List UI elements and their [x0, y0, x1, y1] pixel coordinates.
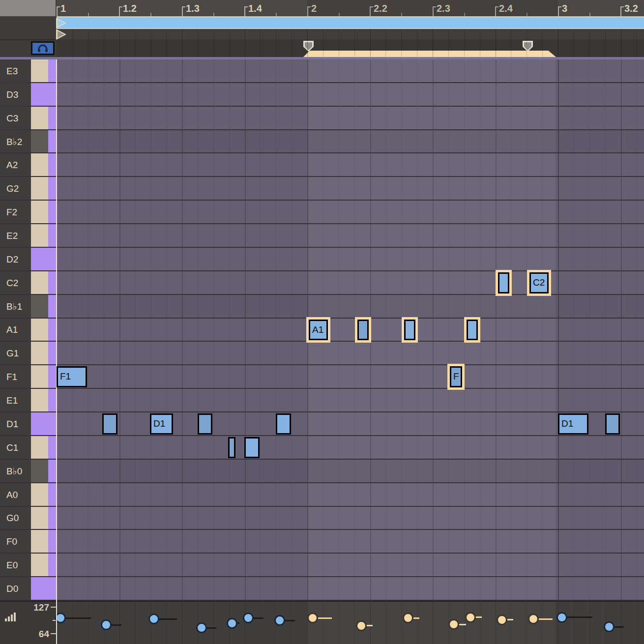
midi-note[interactable]: D1	[558, 413, 588, 435]
gridline	[150, 59, 151, 601]
scale-highlight-strip	[48, 201, 57, 224]
gridline	[307, 29, 308, 39]
row-separator	[0, 247, 644, 248]
midi-note[interactable]	[357, 320, 369, 341]
piano-key[interactable]	[31, 153, 48, 177]
row-separator	[0, 600, 644, 601]
gridline	[119, 39, 120, 57]
row-pitch-label: A0	[0, 483, 31, 507]
gridline	[72, 602, 73, 644]
velocity-dot[interactable]	[356, 620, 367, 631]
row-separator	[0, 82, 644, 83]
gridline	[558, 602, 558, 644]
piano-key[interactable]	[31, 507, 48, 530]
gridline	[292, 59, 292, 601]
piano-key[interactable]	[31, 83, 48, 107]
piano-key[interactable]	[31, 554, 48, 577]
gridline	[433, 602, 433, 644]
gridline	[511, 602, 511, 644]
midi-note[interactable]	[605, 413, 620, 435]
gridline	[276, 39, 276, 57]
piano-key[interactable]	[31, 177, 48, 201]
gridline	[245, 59, 246, 601]
gridline	[198, 59, 198, 601]
velocity-bars-icon[interactable]	[5, 613, 17, 621]
piano-key[interactable]	[31, 342, 48, 365]
piano-key[interactable]	[31, 577, 48, 601]
piano-key[interactable]	[31, 224, 48, 248]
headphones-icon	[32, 43, 53, 54]
ruler-tick	[244, 6, 245, 16]
preview-headphone-button[interactable]	[31, 41, 55, 55]
gridline	[88, 39, 88, 57]
piano-key[interactable]	[31, 248, 48, 271]
midi-note[interactable]: F	[450, 366, 462, 387]
divider	[0, 39, 56, 40]
scale-highlight-strip	[48, 365, 57, 389]
gridline	[213, 59, 214, 601]
velocity-dot[interactable]	[448, 619, 459, 630]
velocity-dot[interactable]	[101, 619, 112, 630]
midi-note[interactable]	[198, 413, 212, 435]
piano-key[interactable]	[31, 130, 48, 154]
piano-key[interactable]	[31, 412, 48, 436]
midi-note[interactable]: A1	[309, 320, 328, 341]
loop-scrub-bar[interactable]	[57, 18, 644, 28]
loop-brace[interactable]	[303, 51, 556, 57]
gridline	[182, 59, 183, 601]
scale-highlight-strip	[48, 59, 57, 83]
piano-key[interactable]	[31, 107, 48, 130]
piano-key[interactable]	[31, 319, 48, 342]
gridline	[511, 39, 511, 57]
velocity-dot[interactable]	[497, 615, 507, 625]
gridline	[260, 59, 261, 601]
piano-key[interactable]	[31, 530, 48, 554]
ruler-minor-tick	[88, 13, 89, 16]
midi-note[interactable]: F1	[57, 366, 87, 387]
cue-marker-inner	[305, 42, 312, 50]
piano-key[interactable]	[31, 271, 48, 295]
row-separator	[0, 200, 644, 201]
row-pitch-label: E1	[0, 389, 31, 412]
midi-note[interactable]	[228, 437, 235, 458]
gridline	[260, 39, 261, 57]
gridline	[621, 602, 621, 644]
piano-key[interactable]	[31, 389, 48, 412]
midi-note[interactable]	[102, 413, 117, 435]
clip-start-marker-row[interactable]	[57, 29, 644, 39]
gridline	[496, 602, 496, 644]
velocity-dot[interactable]	[528, 614, 539, 624]
piano-key[interactable]	[31, 483, 48, 507]
row-pitch-label: B♭2	[0, 130, 31, 154]
piano-key[interactable]	[31, 295, 48, 319]
velocity-tick	[51, 633, 56, 634]
velocity-dot[interactable]	[227, 618, 237, 629]
gridline	[229, 29, 230, 39]
piano-key[interactable]	[31, 460, 48, 483]
row-separator	[0, 411, 644, 412]
velocity-dot[interactable]	[148, 614, 159, 624]
midi-note[interactable]: D1	[150, 413, 173, 435]
midi-note[interactable]	[244, 437, 260, 458]
gridline	[621, 29, 621, 39]
piano-key[interactable]	[31, 436, 48, 460]
note-grid[interactable]: E3D3C3B♭2A2G2F2E2D2C2B♭1A1G1F1E1D1C1B♭0A…	[0, 59, 644, 601]
gridline	[574, 29, 574, 39]
gridline	[448, 29, 449, 39]
velocity-dot[interactable]	[556, 612, 567, 623]
piano-key[interactable]	[31, 59, 48, 83]
midi-note[interactable]	[276, 413, 291, 435]
row-pitch-label: B♭0	[0, 460, 31, 483]
velocity-dot[interactable]	[196, 622, 207, 633]
midi-note[interactable]	[467, 320, 478, 341]
piano-key[interactable]	[31, 201, 48, 224]
scale-highlight-strip	[48, 224, 57, 248]
row-pitch-label: G0	[0, 507, 31, 530]
velocity-max-label: 127	[20, 602, 49, 613]
piano-key[interactable]	[31, 365, 48, 389]
midi-note[interactable]	[404, 320, 415, 341]
midi-note[interactable]: C2	[529, 272, 549, 293]
midi-note[interactable]	[498, 272, 509, 293]
velocity-dot[interactable]	[465, 612, 476, 623]
gridline	[401, 29, 402, 39]
